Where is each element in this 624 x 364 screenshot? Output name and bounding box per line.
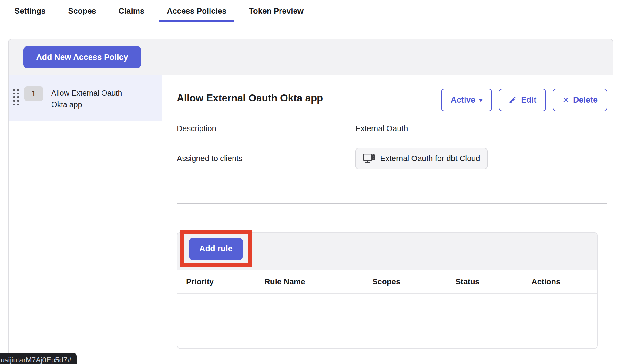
edit-label: Edit <box>521 95 536 105</box>
auth-server-tabbar: Settings Scopes Claims Access Policies T… <box>0 0 624 22</box>
policy-priority-badge: 1 <box>24 86 43 101</box>
policies-toolbar: Add New Access Policy <box>9 39 613 75</box>
status-dropdown-button[interactable]: Active ▾ <box>441 89 492 111</box>
client-computer-icon <box>363 153 376 164</box>
column-header-priority: Priority <box>186 277 264 286</box>
status-label: Active <box>451 95 475 105</box>
policy-list-item[interactable]: 1 Allow External Oauth Okta app <box>9 75 162 121</box>
browser-status-url-tooltip: usijiutarM7Aj0Ep5d7# <box>0 353 77 364</box>
pencil-icon <box>508 96 517 104</box>
chevron-down-icon: ▾ <box>479 97 483 104</box>
policy-actions: Active ▾ Edit ✕ Delete <box>441 89 607 111</box>
section-divider <box>177 203 607 204</box>
column-header-status: Status <box>455 277 532 286</box>
rules-table-card: Add rule Priority Rule Name Scopes Statu… <box>177 232 598 349</box>
drag-handle-icon[interactable] <box>13 89 20 106</box>
policy-title: Allow External Oauth Okta app <box>177 89 323 104</box>
add-new-access-policy-button[interactable]: Add New Access Policy <box>23 46 141 68</box>
tab-claims[interactable]: Claims <box>111 0 152 22</box>
assigned-client-chip[interactable]: External Oauth for dbt Cloud <box>355 148 488 169</box>
edit-button[interactable]: Edit <box>499 89 546 111</box>
tab-scopes[interactable]: Scopes <box>61 0 104 22</box>
assigned-clients-label: Assigned to clients <box>177 154 355 163</box>
tab-access-policies[interactable]: Access Policies <box>159 0 234 22</box>
delete-label: Delete <box>573 95 598 105</box>
description-value: External Oauth <box>355 124 607 133</box>
policy-detail-pane: Allow External Oauth Okta app Active ▾ E… <box>162 75 613 364</box>
add-rule-button[interactable]: Add rule <box>189 238 243 260</box>
description-label: Description <box>177 124 355 133</box>
delete-button[interactable]: ✕ Delete <box>553 89 607 111</box>
close-icon: ✕ <box>562 95 569 105</box>
rules-toolbar: Add rule <box>177 233 597 270</box>
policy-name-label: Allow External Oauth Okta app <box>51 86 134 110</box>
rules-table-header-row: Priority Rule Name Scopes Status Actions <box>177 270 597 294</box>
policy-list: 1 Allow External Oauth Okta app <box>9 75 162 364</box>
column-header-rule-name: Rule Name <box>264 277 372 286</box>
rules-table-empty-body <box>177 294 597 348</box>
assigned-client-name: External Oauth for dbt Cloud <box>380 154 480 163</box>
access-policies-panel: Add New Access Policy 1 <box>8 39 613 364</box>
tab-token-preview[interactable]: Token Preview <box>242 0 311 22</box>
column-header-actions: Actions <box>532 277 597 286</box>
tab-settings[interactable]: Settings <box>7 0 53 22</box>
annotation-highlight-box: Add rule <box>180 230 252 267</box>
column-header-scopes: Scopes <box>372 277 455 286</box>
status-url-text: usijiutarM7Aj0Ep5d7# <box>1 356 71 364</box>
